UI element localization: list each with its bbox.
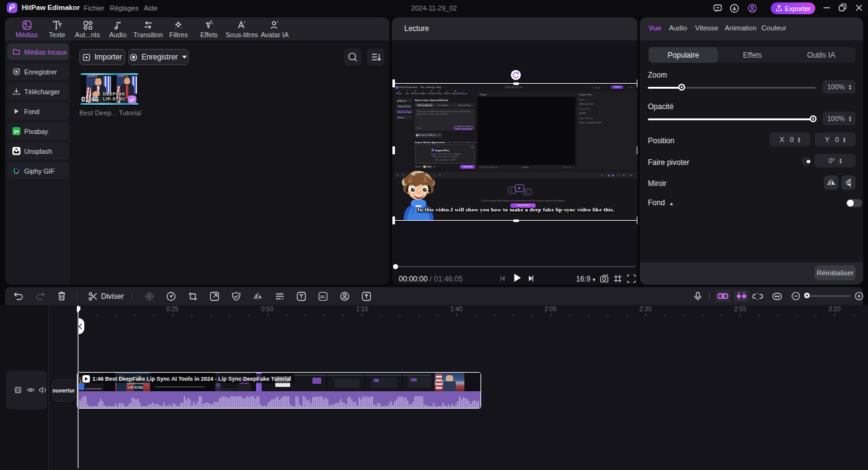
svg-text:AI: AI xyxy=(320,294,325,299)
